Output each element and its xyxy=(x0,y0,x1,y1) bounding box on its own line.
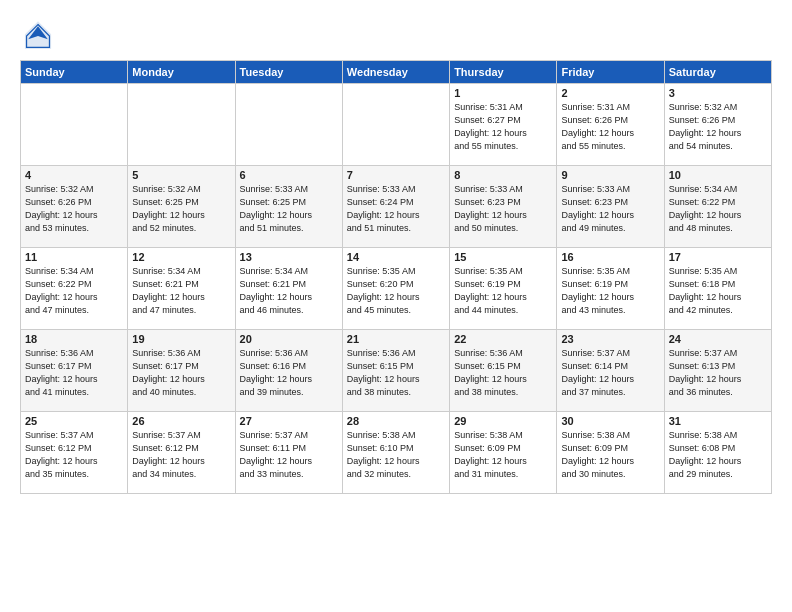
day-info: Sunrise: 5:35 AM Sunset: 6:19 PM Dayligh… xyxy=(561,265,659,317)
day-cell xyxy=(128,84,235,166)
day-number: 6 xyxy=(240,169,338,181)
day-cell: 16Sunrise: 5:35 AM Sunset: 6:19 PM Dayli… xyxy=(557,248,664,330)
day-cell: 5Sunrise: 5:32 AM Sunset: 6:25 PM Daylig… xyxy=(128,166,235,248)
day-cell: 13Sunrise: 5:34 AM Sunset: 6:21 PM Dayli… xyxy=(235,248,342,330)
logo xyxy=(20,18,62,54)
day-number: 28 xyxy=(347,415,445,427)
day-cell: 19Sunrise: 5:36 AM Sunset: 6:17 PM Dayli… xyxy=(128,330,235,412)
day-cell: 24Sunrise: 5:37 AM Sunset: 6:13 PM Dayli… xyxy=(664,330,771,412)
day-number: 13 xyxy=(240,251,338,263)
day-number: 3 xyxy=(669,87,767,99)
day-cell: 18Sunrise: 5:36 AM Sunset: 6:17 PM Dayli… xyxy=(21,330,128,412)
day-cell: 27Sunrise: 5:37 AM Sunset: 6:11 PM Dayli… xyxy=(235,412,342,494)
day-cell: 25Sunrise: 5:37 AM Sunset: 6:12 PM Dayli… xyxy=(21,412,128,494)
week-row-4: 18Sunrise: 5:36 AM Sunset: 6:17 PM Dayli… xyxy=(21,330,772,412)
day-cell: 1Sunrise: 5:31 AM Sunset: 6:27 PM Daylig… xyxy=(450,84,557,166)
day-info: Sunrise: 5:34 AM Sunset: 6:22 PM Dayligh… xyxy=(669,183,767,235)
day-cell: 14Sunrise: 5:35 AM Sunset: 6:20 PM Dayli… xyxy=(342,248,449,330)
day-info: Sunrise: 5:35 AM Sunset: 6:20 PM Dayligh… xyxy=(347,265,445,317)
day-cell: 30Sunrise: 5:38 AM Sunset: 6:09 PM Dayli… xyxy=(557,412,664,494)
day-info: Sunrise: 5:38 AM Sunset: 6:09 PM Dayligh… xyxy=(454,429,552,481)
day-number: 14 xyxy=(347,251,445,263)
week-row-2: 4Sunrise: 5:32 AM Sunset: 6:26 PM Daylig… xyxy=(21,166,772,248)
day-info: Sunrise: 5:34 AM Sunset: 6:22 PM Dayligh… xyxy=(25,265,123,317)
day-number: 19 xyxy=(132,333,230,345)
column-header-sunday: Sunday xyxy=(21,61,128,84)
day-number: 5 xyxy=(132,169,230,181)
day-cell: 9Sunrise: 5:33 AM Sunset: 6:23 PM Daylig… xyxy=(557,166,664,248)
column-header-tuesday: Tuesday xyxy=(235,61,342,84)
day-number: 24 xyxy=(669,333,767,345)
day-number: 2 xyxy=(561,87,659,99)
day-number: 1 xyxy=(454,87,552,99)
day-cell: 12Sunrise: 5:34 AM Sunset: 6:21 PM Dayli… xyxy=(128,248,235,330)
day-number: 16 xyxy=(561,251,659,263)
day-cell: 2Sunrise: 5:31 AM Sunset: 6:26 PM Daylig… xyxy=(557,84,664,166)
day-cell: 11Sunrise: 5:34 AM Sunset: 6:22 PM Dayli… xyxy=(21,248,128,330)
day-number: 18 xyxy=(25,333,123,345)
day-info: Sunrise: 5:33 AM Sunset: 6:25 PM Dayligh… xyxy=(240,183,338,235)
day-number: 7 xyxy=(347,169,445,181)
column-header-wednesday: Wednesday xyxy=(342,61,449,84)
calendar-page: SundayMondayTuesdayWednesdayThursdayFrid… xyxy=(0,0,792,612)
day-cell: 21Sunrise: 5:36 AM Sunset: 6:15 PM Dayli… xyxy=(342,330,449,412)
day-cell: 28Sunrise: 5:38 AM Sunset: 6:10 PM Dayli… xyxy=(342,412,449,494)
day-info: Sunrise: 5:31 AM Sunset: 6:26 PM Dayligh… xyxy=(561,101,659,153)
day-info: Sunrise: 5:32 AM Sunset: 6:26 PM Dayligh… xyxy=(25,183,123,235)
day-number: 25 xyxy=(25,415,123,427)
day-number: 4 xyxy=(25,169,123,181)
day-info: Sunrise: 5:32 AM Sunset: 6:25 PM Dayligh… xyxy=(132,183,230,235)
day-cell xyxy=(21,84,128,166)
day-info: Sunrise: 5:37 AM Sunset: 6:11 PM Dayligh… xyxy=(240,429,338,481)
day-cell: 7Sunrise: 5:33 AM Sunset: 6:24 PM Daylig… xyxy=(342,166,449,248)
day-info: Sunrise: 5:33 AM Sunset: 6:23 PM Dayligh… xyxy=(561,183,659,235)
day-number: 21 xyxy=(347,333,445,345)
day-info: Sunrise: 5:36 AM Sunset: 6:16 PM Dayligh… xyxy=(240,347,338,399)
column-header-friday: Friday xyxy=(557,61,664,84)
day-info: Sunrise: 5:34 AM Sunset: 6:21 PM Dayligh… xyxy=(240,265,338,317)
day-cell: 17Sunrise: 5:35 AM Sunset: 6:18 PM Dayli… xyxy=(664,248,771,330)
day-number: 12 xyxy=(132,251,230,263)
day-cell: 3Sunrise: 5:32 AM Sunset: 6:26 PM Daylig… xyxy=(664,84,771,166)
day-info: Sunrise: 5:32 AM Sunset: 6:26 PM Dayligh… xyxy=(669,101,767,153)
day-cell: 31Sunrise: 5:38 AM Sunset: 6:08 PM Dayli… xyxy=(664,412,771,494)
day-info: Sunrise: 5:38 AM Sunset: 6:08 PM Dayligh… xyxy=(669,429,767,481)
day-info: Sunrise: 5:33 AM Sunset: 6:24 PM Dayligh… xyxy=(347,183,445,235)
day-number: 9 xyxy=(561,169,659,181)
header xyxy=(20,18,772,54)
day-info: Sunrise: 5:34 AM Sunset: 6:21 PM Dayligh… xyxy=(132,265,230,317)
day-number: 27 xyxy=(240,415,338,427)
day-cell xyxy=(342,84,449,166)
day-cell xyxy=(235,84,342,166)
day-info: Sunrise: 5:38 AM Sunset: 6:09 PM Dayligh… xyxy=(561,429,659,481)
day-cell: 10Sunrise: 5:34 AM Sunset: 6:22 PM Dayli… xyxy=(664,166,771,248)
day-info: Sunrise: 5:37 AM Sunset: 6:12 PM Dayligh… xyxy=(25,429,123,481)
day-cell: 6Sunrise: 5:33 AM Sunset: 6:25 PM Daylig… xyxy=(235,166,342,248)
day-number: 26 xyxy=(132,415,230,427)
column-header-monday: Monday xyxy=(128,61,235,84)
day-info: Sunrise: 5:35 AM Sunset: 6:18 PM Dayligh… xyxy=(669,265,767,317)
calendar-header-row: SundayMondayTuesdayWednesdayThursdayFrid… xyxy=(21,61,772,84)
day-cell: 4Sunrise: 5:32 AM Sunset: 6:26 PM Daylig… xyxy=(21,166,128,248)
column-header-thursday: Thursday xyxy=(450,61,557,84)
day-number: 29 xyxy=(454,415,552,427)
day-info: Sunrise: 5:35 AM Sunset: 6:19 PM Dayligh… xyxy=(454,265,552,317)
day-info: Sunrise: 5:38 AM Sunset: 6:10 PM Dayligh… xyxy=(347,429,445,481)
day-info: Sunrise: 5:36 AM Sunset: 6:15 PM Dayligh… xyxy=(347,347,445,399)
day-cell: 23Sunrise: 5:37 AM Sunset: 6:14 PM Dayli… xyxy=(557,330,664,412)
logo-icon xyxy=(20,18,56,54)
week-row-5: 25Sunrise: 5:37 AM Sunset: 6:12 PM Dayli… xyxy=(21,412,772,494)
day-cell: 20Sunrise: 5:36 AM Sunset: 6:16 PM Dayli… xyxy=(235,330,342,412)
day-info: Sunrise: 5:36 AM Sunset: 6:15 PM Dayligh… xyxy=(454,347,552,399)
day-cell: 15Sunrise: 5:35 AM Sunset: 6:19 PM Dayli… xyxy=(450,248,557,330)
day-number: 30 xyxy=(561,415,659,427)
day-info: Sunrise: 5:37 AM Sunset: 6:14 PM Dayligh… xyxy=(561,347,659,399)
day-number: 15 xyxy=(454,251,552,263)
day-info: Sunrise: 5:37 AM Sunset: 6:13 PM Dayligh… xyxy=(669,347,767,399)
day-info: Sunrise: 5:37 AM Sunset: 6:12 PM Dayligh… xyxy=(132,429,230,481)
day-info: Sunrise: 5:36 AM Sunset: 6:17 PM Dayligh… xyxy=(132,347,230,399)
day-number: 17 xyxy=(669,251,767,263)
day-cell: 8Sunrise: 5:33 AM Sunset: 6:23 PM Daylig… xyxy=(450,166,557,248)
week-row-1: 1Sunrise: 5:31 AM Sunset: 6:27 PM Daylig… xyxy=(21,84,772,166)
day-info: Sunrise: 5:36 AM Sunset: 6:17 PM Dayligh… xyxy=(25,347,123,399)
